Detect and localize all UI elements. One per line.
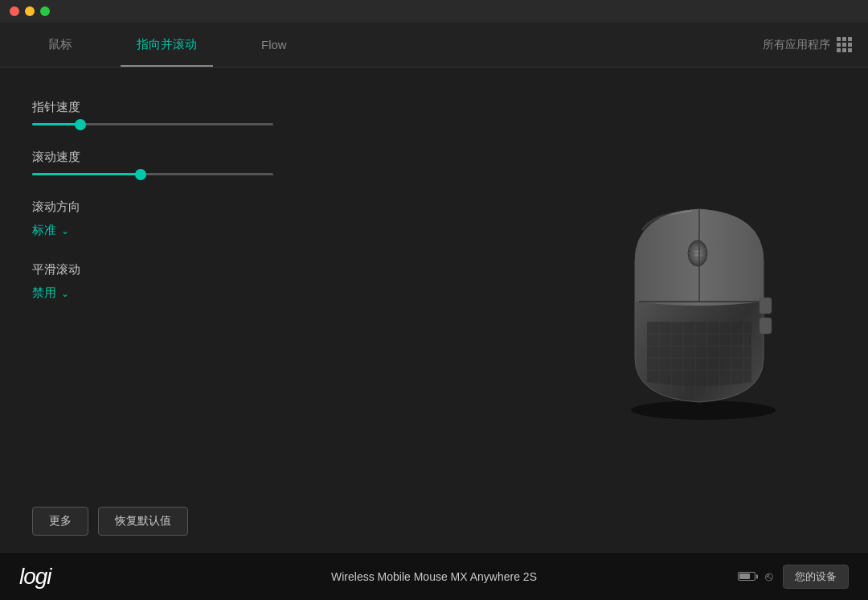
logi-logo: logi [19, 564, 51, 590]
pointer-speed-thumb[interactable] [75, 119, 86, 130]
maximize-button[interactable] [40, 6, 50, 16]
smooth-scroll-value: 禁用 [32, 286, 56, 301]
scroll-speed-label: 滚动速度 [32, 150, 514, 165]
scroll-speed-fill [32, 173, 141, 175]
smooth-scroll-label: 平滑滚动 [32, 262, 514, 277]
pointer-speed-track [32, 123, 273, 125]
scroll-direction-dropdown[interactable]: 标准 ⌄ [32, 223, 514, 238]
svg-point-0 [631, 401, 776, 420]
grid-icon [837, 37, 852, 52]
mouse-illustration [579, 197, 836, 422]
tab-mouse[interactable]: 鼠标 [16, 23, 104, 67]
title-bar [0, 0, 868, 23]
scroll-direction-value: 标准 [32, 223, 56, 238]
bluetooth-icon: ⎋ [765, 569, 773, 584]
your-device-button[interactable]: 您的设备 [783, 565, 849, 589]
pointer-speed-slider[interactable] [32, 123, 273, 125]
footer-right: ⎋ 您的设备 [738, 565, 849, 589]
svg-rect-6 [760, 298, 772, 314]
all-apps-button[interactable]: 所有应用程序 [763, 37, 852, 52]
svg-rect-7 [760, 318, 772, 334]
scroll-direction-label: 滚动方向 [32, 199, 514, 215]
smooth-scroll-chevron: ⌄ [61, 288, 69, 299]
settings-panel: 指针速度 滚动速度 滚动方向 标准 ⌄ [0, 68, 547, 552]
nav-tabs: 鼠标 指向并滚动 Flow 所有应用程序 [0, 23, 868, 68]
footer: logi Wireless Mobile Mouse MX Anywhere 2… [0, 552, 868, 600]
pointer-speed-group: 指针速度 [32, 100, 514, 125]
pointer-speed-label: 指针速度 [32, 100, 514, 115]
tab-flow[interactable]: Flow [229, 23, 319, 67]
scroll-direction-group: 滚动方向 标准 ⌄ [32, 199, 514, 238]
scroll-speed-track [32, 173, 273, 175]
mouse-area [547, 68, 868, 552]
more-button[interactable]: 更多 [32, 507, 88, 536]
pointer-speed-fill [32, 123, 80, 125]
close-button[interactable] [10, 6, 19, 16]
device-name: Wireless Mobile Mouse MX Anywhere 2S [331, 570, 537, 583]
battery-body [738, 572, 755, 581]
traffic-lights [10, 6, 50, 16]
scroll-direction-chevron: ⌄ [61, 225, 69, 236]
smooth-scroll-dropdown[interactable]: 禁用 ⌄ [32, 286, 514, 301]
minimize-button[interactable] [25, 6, 35, 16]
reset-button[interactable]: 恢复默认值 [98, 507, 188, 536]
smooth-scroll-group: 平滑滚动 禁用 ⌄ [32, 262, 514, 301]
tab-pointer[interactable]: 指向并滚动 [104, 23, 229, 67]
main-content: 指针速度 滚动速度 滚动方向 标准 ⌄ [0, 68, 868, 552]
scroll-speed-slider[interactable] [32, 173, 273, 175]
bottom-buttons: 更多 恢复默认值 [0, 507, 220, 552]
scroll-speed-thumb[interactable] [135, 169, 146, 180]
scroll-speed-group: 滚动速度 [32, 150, 514, 175]
battery-icon [738, 572, 755, 581]
mouse-svg [579, 197, 820, 422]
battery-fill [739, 573, 750, 579]
